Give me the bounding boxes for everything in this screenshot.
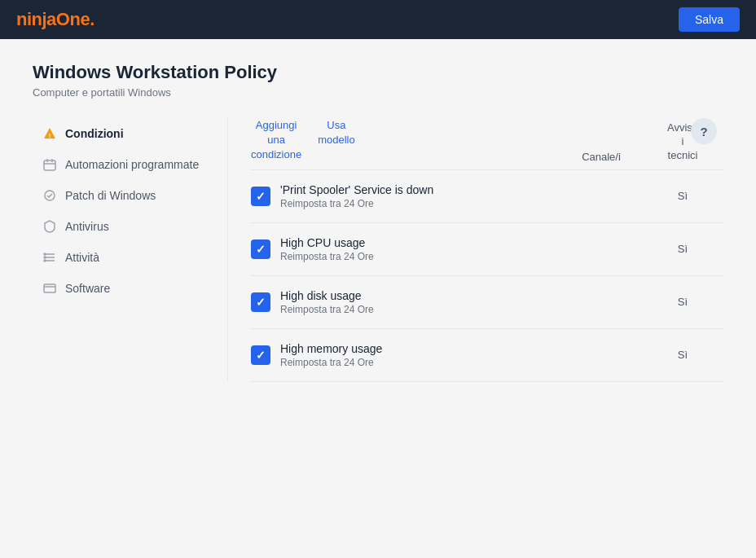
list-icon [42, 250, 57, 265]
sidebar-item-attivita[interactable]: Attività [33, 242, 227, 273]
svg-rect-1 [44, 160, 55, 170]
condition-checkbox-3[interactable]: ✓ [251, 345, 270, 365]
sidebar-label-patch: Patch di Windows [65, 189, 156, 202]
svg-point-10 [44, 257, 46, 258]
warning-icon: ! [42, 126, 57, 141]
svg-point-9 [44, 253, 46, 255]
condition-row: ✓ 'Print Spooler' Service is down Reimpo… [251, 170, 723, 223]
checkmark-icon: ✓ [256, 190, 266, 203]
use-model-link[interactable]: Usa modello [318, 118, 355, 163]
conditions-list: ✓ 'Print Spooler' Service is down Reimpo… [251, 170, 723, 382]
sidebar-label-automazioni: Automazioni programmate [65, 158, 199, 171]
sidebar-item-condizioni[interactable]: ! Condizioni [33, 118, 227, 149]
logo-dot: . [90, 9, 94, 29]
checkmark-icon: ✓ [256, 296, 266, 309]
condition-info-3: High memory usage Reimposta tra 24 Ore [280, 342, 560, 368]
help-button[interactable]: ? [691, 118, 717, 144]
condition-notify-1: Sì [642, 243, 723, 255]
calendar-icon [42, 157, 57, 172]
checkmark-icon: ✓ [256, 349, 266, 362]
condition-info-2: High disk usage Reimposta tra 24 Ore [280, 289, 560, 315]
checkmark-icon: ✓ [256, 243, 266, 256]
condition-info-1: High CPU usage Reimposta tra 24 Ore [280, 236, 560, 262]
logo: ninjaOne. [16, 9, 94, 30]
sidebar-label-antivirus: Antivirus [65, 220, 109, 233]
content-area: ? Aggiungi una condizione Usa modello Ca… [228, 118, 723, 382]
save-button[interactable]: Salva [679, 7, 740, 32]
svg-text:!: ! [49, 133, 51, 138]
table-header: Aggiungi una condizione Usa modello Cana… [251, 118, 723, 170]
condition-checkbox-0[interactable]: ✓ [251, 187, 270, 206]
sidebar-item-patch[interactable]: Patch di Windows [33, 180, 227, 211]
sidebar-item-software[interactable]: Software [33, 273, 227, 304]
condition-name-2: High disk usage [280, 289, 560, 302]
page-subtitle: Computer e portatili Windows [33, 86, 723, 99]
page-container: Windows Workstation Policy Computer e po… [0, 39, 756, 405]
channel-header: Canale/i [560, 151, 642, 163]
software-icon [42, 281, 57, 296]
condition-name-0: 'Print Spooler' Service is down [280, 183, 560, 196]
sidebar-item-automazioni[interactable]: Automazioni programmate [33, 149, 227, 180]
condition-name-1: High CPU usage [280, 236, 560, 249]
condition-row: ✓ High disk usage Reimposta tra 24 Ore S… [251, 276, 723, 329]
action-links: Aggiungi una condizione Usa modello [251, 118, 560, 163]
condition-checkbox-1[interactable]: ✓ [251, 239, 270, 259]
condition-row: ✓ High memory usage Reimposta tra 24 Ore… [251, 329, 723, 382]
patch-icon [42, 188, 57, 203]
condition-name-3: High memory usage [280, 342, 560, 355]
condition-reset-2: Reimposta tra 24 Ore [280, 304, 560, 315]
shield-icon [42, 219, 57, 234]
condition-notify-3: Sì [642, 349, 723, 361]
condition-notify-0: Sì [642, 190, 723, 202]
sidebar-item-antivirus[interactable]: Antivirus [33, 211, 227, 242]
sidebar: ! Condizioni Automazioni programmate [33, 118, 228, 382]
condition-reset-3: Reimposta tra 24 Ore [280, 357, 560, 368]
condition-row: ✓ High CPU usage Reimposta tra 24 Ore Sì [251, 223, 723, 276]
add-condition-link[interactable]: Aggiungi una condizione [251, 118, 301, 163]
logo-accent: One [56, 9, 90, 29]
condition-info-0: 'Print Spooler' Service is down Reimpost… [280, 183, 560, 209]
sidebar-label-condizioni: Condizioni [65, 127, 124, 140]
page-title: Windows Workstation Policy [33, 62, 723, 83]
condition-notify-2: Sì [642, 296, 723, 308]
condition-reset-0: Reimposta tra 24 Ore [280, 198, 560, 209]
svg-rect-12 [44, 284, 55, 292]
sidebar-label-attivita: Attività [65, 251, 99, 264]
condition-reset-1: Reimposta tra 24 Ore [280, 251, 560, 262]
header: ninjaOne. Salva [0, 0, 756, 39]
sidebar-label-software: Software [65, 282, 110, 295]
condition-checkbox-2[interactable]: ✓ [251, 292, 270, 312]
svg-point-11 [44, 260, 46, 261]
main-layout: ! Condizioni Automazioni programmate [33, 118, 723, 382]
logo-text: ninja [16, 9, 56, 29]
